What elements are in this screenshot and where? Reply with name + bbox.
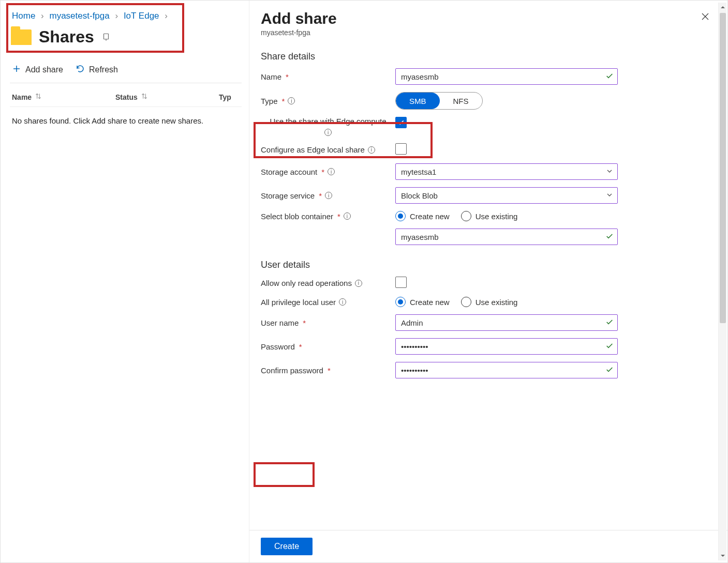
crumb-iotedge[interactable]: IoT Edge — [124, 11, 159, 21]
refresh-label: Refresh — [89, 65, 118, 74]
edge-compute-checkbox[interactable] — [395, 117, 407, 128]
chevron-right-icon: › — [41, 11, 44, 21]
user-create-new-radio[interactable]: Create new — [395, 297, 450, 307]
valid-icon — [605, 72, 614, 80]
confirm-password-label: Confirm password — [261, 366, 323, 375]
info-icon[interactable]: i — [328, 168, 335, 175]
readonly-label: Allow only read operations — [261, 279, 352, 287]
panel-title: Add share — [261, 10, 337, 27]
toolbar: Add share Refresh — [10, 59, 242, 83]
edge-compute-label: Use the share with Edge compute — [270, 117, 386, 126]
valid-icon — [605, 232, 614, 240]
folder-icon — [11, 29, 32, 45]
info-icon[interactable]: i — [324, 129, 332, 136]
user-use-existing-radio[interactable]: Use existing — [461, 297, 518, 307]
blob-container-input[interactable] — [395, 229, 618, 245]
priv-user-label: All privilege local user — [261, 298, 336, 307]
breadcrumb: Home › myasetest-fpga › IoT Edge › — [10, 6, 242, 24]
info-icon[interactable]: i — [339, 298, 346, 306]
valid-icon — [605, 318, 614, 326]
pin-icon[interactable] — [101, 33, 111, 42]
info-icon[interactable]: i — [355, 280, 362, 287]
info-icon[interactable]: i — [344, 212, 351, 220]
panel-subtitle: myasetest-fpga — [261, 28, 337, 37]
scroll-thumb[interactable] — [720, 13, 726, 323]
readonly-checkbox[interactable] — [395, 277, 407, 288]
col-name-label: Name — [12, 93, 32, 101]
section-user-details: User details — [261, 260, 712, 270]
local-share-checkbox[interactable] — [395, 143, 407, 155]
col-name[interactable]: Name — [12, 93, 115, 101]
refresh-icon — [76, 64, 85, 75]
info-icon[interactable]: i — [368, 146, 375, 154]
plus-icon — [12, 64, 21, 75]
type-smb[interactable]: SMB — [396, 93, 440, 109]
password-input[interactable] — [395, 338, 618, 355]
type-toggle: SMB NFS — [395, 92, 483, 110]
sort-icon — [141, 93, 148, 101]
page-title: Shares — [39, 27, 94, 47]
valid-icon — [605, 366, 614, 374]
scroll-down-icon[interactable] — [719, 551, 726, 560]
create-button[interactable]: Create — [261, 538, 313, 555]
add-share-panel: Add share myasetest-fpga Share details N… — [249, 1, 727, 562]
crumb-home[interactable]: Home — [12, 11, 35, 21]
refresh-button[interactable]: Refresh — [76, 64, 118, 75]
type-label: Type — [261, 97, 278, 105]
chevron-down-icon — [605, 191, 614, 201]
col-type-label: Typ — [219, 93, 231, 101]
blob-container-label: Select blob container — [261, 212, 333, 221]
add-share-label: Add share — [25, 65, 63, 74]
password-label: Password — [261, 342, 295, 351]
name-input[interactable] — [395, 68, 618, 85]
storage-service-select[interactable] — [395, 187, 618, 204]
scrollbar[interactable] — [718, 3, 726, 560]
scroll-up-icon[interactable] — [719, 3, 726, 12]
username-label: User name — [261, 318, 299, 327]
name-label: Name — [261, 72, 281, 81]
col-type[interactable]: Typ — [219, 93, 240, 101]
info-icon[interactable]: i — [288, 97, 295, 104]
local-share-label: Configure as Edge local share — [261, 145, 365, 154]
col-status-label: Status — [115, 93, 138, 101]
svg-rect-0 — [103, 34, 108, 39]
blob-create-new-radio[interactable]: Create new — [395, 211, 450, 221]
sort-icon — [35, 93, 42, 101]
add-share-button[interactable]: Add share — [12, 64, 63, 75]
col-status[interactable]: Status — [115, 93, 219, 101]
username-input[interactable] — [395, 314, 618, 331]
storage-service-label: Storage service — [261, 191, 315, 200]
chevron-right-icon: › — [165, 11, 168, 21]
section-share-details: Share details — [261, 51, 712, 62]
chevron-down-icon — [605, 167, 614, 177]
blob-use-existing-radio[interactable]: Use existing — [461, 211, 518, 221]
storage-account-label: Storage account — [261, 168, 317, 176]
confirm-password-input[interactable] — [395, 362, 618, 378]
chevron-right-icon: › — [115, 11, 118, 21]
empty-state: No shares found. Click Add share to crea… — [10, 107, 242, 134]
crumb-device[interactable]: myasetest-fpga — [50, 11, 110, 21]
close-button[interactable] — [699, 10, 712, 25]
storage-account-select[interactable] — [395, 163, 618, 180]
info-icon[interactable]: i — [325, 192, 332, 199]
type-nfs[interactable]: NFS — [440, 93, 482, 109]
valid-icon — [605, 342, 614, 350]
